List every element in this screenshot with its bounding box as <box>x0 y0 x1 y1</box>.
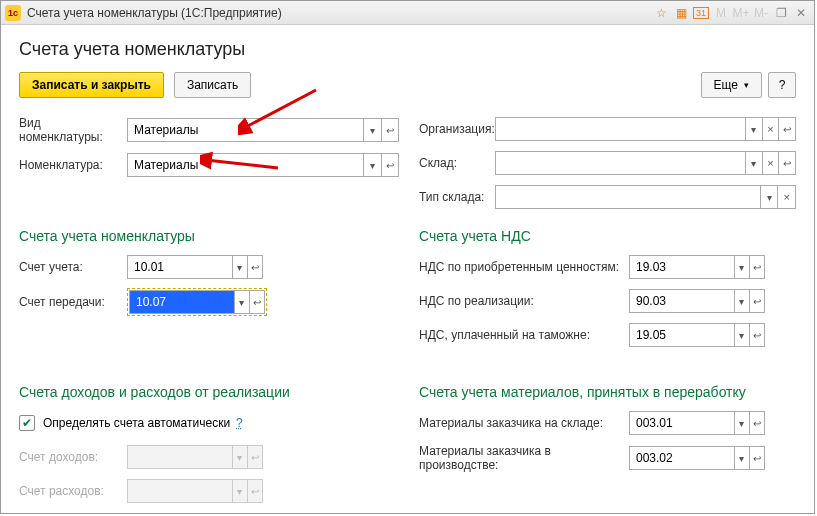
open-icon[interactable]: ↩ <box>249 291 264 313</box>
focus-indicator: ▾ ↩ <box>127 288 267 316</box>
nds-purchased-field[interactable]: ▾ ↩ <box>629 255 765 279</box>
nomenclature-input[interactable] <box>128 154 363 176</box>
expense-account-input <box>128 480 232 502</box>
page-title: Счета учета номенклатуры <box>19 39 796 60</box>
dropdown-icon[interactable]: ▾ <box>363 119 380 141</box>
auto-accounts-hint-icon[interactable]: ? <box>236 416 243 430</box>
income-account-field: ▾ ↩ <box>127 445 263 469</box>
materials-prod-field[interactable]: ▾ ↩ <box>629 446 765 470</box>
calculator-icon[interactable]: ▦ <box>672 4 690 22</box>
nds-customs-input[interactable] <box>630 324 734 346</box>
transfer-field[interactable]: ▾ ↩ <box>129 290 265 314</box>
dropdown-icon[interactable]: ▾ <box>745 118 762 140</box>
dropdown-icon[interactable]: ▾ <box>234 291 249 313</box>
open-icon[interactable]: ↩ <box>778 152 795 174</box>
open-icon: ↩ <box>247 446 262 468</box>
titlebar: 1c Счета учета номенклатуры (1С:Предприя… <box>1 1 814 25</box>
help-button[interactable]: ? <box>768 72 796 98</box>
nomenclature-field[interactable]: ▾ ↩ <box>127 153 399 177</box>
nds-sales-input[interactable] <box>630 290 734 312</box>
auto-accounts-checkbox[interactable]: ✔ <box>19 415 35 431</box>
materials-prod-input[interactable] <box>630 447 734 469</box>
warehouse-type-label: Тип склада: <box>419 190 495 204</box>
account-field[interactable]: ▾ ↩ <box>127 255 263 279</box>
m-plus-icon: M+ <box>732 4 750 22</box>
nds-sales-field[interactable]: ▾ ↩ <box>629 289 765 313</box>
warehouse-field[interactable]: ▾ × ↩ <box>495 151 796 175</box>
expense-account-field: ▾ ↩ <box>127 479 263 503</box>
window: 1c Счета учета номенклатуры (1С:Предприя… <box>0 0 815 514</box>
accounts-section-title: Счета учета номенклатуры <box>19 228 399 244</box>
dropdown-icon[interactable]: ▾ <box>232 256 247 278</box>
m-minus-icon: M- <box>752 4 770 22</box>
open-icon[interactable]: ↩ <box>749 290 764 312</box>
dropdown-icon[interactable]: ▾ <box>745 152 762 174</box>
open-icon[interactable]: ↩ <box>778 118 795 140</box>
open-icon[interactable]: ↩ <box>381 154 398 176</box>
window-title: Счета учета номенклатуры (1С:Предприятие… <box>27 6 652 20</box>
organization-input[interactable] <box>496 118 745 140</box>
open-icon[interactable]: ↩ <box>749 324 764 346</box>
transfer-input[interactable] <box>130 291 234 313</box>
nds-purchased-input[interactable] <box>630 256 734 278</box>
dropdown-icon[interactable]: ▾ <box>734 447 749 469</box>
calendar-icon[interactable]: 31 <box>692 4 710 22</box>
dropdown-icon: ▾ <box>734 412 749 434</box>
nomenclature-type-input[interactable] <box>128 119 363 141</box>
dropdown-icon: ▾ <box>232 480 247 502</box>
app-logo-icon: 1c <box>5 5 21 21</box>
nds-purchased-label: НДС по приобретенным ценностям: <box>419 260 629 274</box>
close-icon[interactable]: ✕ <box>792 4 810 22</box>
save-close-button[interactable]: Записать и закрыть <box>19 72 164 98</box>
dropdown-icon[interactable]: ▾ <box>734 290 749 312</box>
materials-stock-input[interactable] <box>630 412 734 434</box>
open-icon[interactable]: ↩ <box>247 256 262 278</box>
content: Счета учета номенклатуры Записать и закр… <box>1 25 814 516</box>
dropdown-icon[interactable]: ▾ <box>734 324 749 346</box>
nds-section-title: Счета учета НДС <box>419 228 796 244</box>
warehouse-input[interactable] <box>496 152 745 174</box>
dropdown-icon: ▾ <box>232 446 247 468</box>
materials-stock-label: Материалы заказчика на складе: <box>419 416 629 430</box>
toolbar: Записать и закрыть Записать Еще ? <box>19 72 796 98</box>
open-icon[interactable]: ↩ <box>749 256 764 278</box>
organization-label: Организация: <box>419 122 495 136</box>
dropdown-icon[interactable]: ▾ <box>363 154 380 176</box>
auto-accounts-label: Определять счета автоматически <box>43 416 230 430</box>
organization-field[interactable]: ▾ × ↩ <box>495 117 796 141</box>
clear-icon[interactable]: × <box>762 152 779 174</box>
materials-stock-field[interactable]: ▾ ↩ <box>629 411 765 435</box>
income-account-input <box>128 446 232 468</box>
save-button[interactable]: Записать <box>174 72 251 98</box>
transfer-label: Счет передачи: <box>19 295 127 309</box>
dropdown-icon[interactable]: ▾ <box>760 186 778 208</box>
clear-icon[interactable]: × <box>762 118 779 140</box>
nds-sales-label: НДС по реализации: <box>419 294 629 308</box>
warehouse-label: Склад: <box>419 156 495 170</box>
open-icon[interactable]: ↩ <box>381 119 398 141</box>
more-button[interactable]: Еще <box>701 72 762 98</box>
favorite-icon[interactable]: ☆ <box>652 4 670 22</box>
open-icon: ↩ <box>247 480 262 502</box>
warehouse-type-input[interactable] <box>496 186 760 208</box>
materials-section-title: Счета учета материалов, принятых в перер… <box>419 384 796 400</box>
nomenclature-type-field[interactable]: ▾ ↩ <box>127 118 399 142</box>
materials-prod-label: Материалы заказчика в производстве: <box>419 444 629 472</box>
income-account-label: Счет доходов: <box>19 450 127 464</box>
nds-customs-label: НДС, уплаченный на таможне: <box>419 328 629 342</box>
warehouse-type-field[interactable]: ▾ × <box>495 185 796 209</box>
income-section-title: Счета доходов и расходов от реализации <box>19 384 399 400</box>
clear-icon[interactable]: × <box>777 186 795 208</box>
nomenclature-label: Номенклатура: <box>19 158 127 172</box>
account-label: Счет учета: <box>19 260 127 274</box>
open-icon[interactable]: ↩ <box>749 447 764 469</box>
m-icon: M <box>712 4 730 22</box>
account-input[interactable] <box>128 256 232 278</box>
open-icon[interactable]: ↩ <box>749 412 764 434</box>
expense-account-label: Счет расходов: <box>19 484 127 498</box>
restore-icon[interactable]: ❐ <box>772 4 790 22</box>
nomenclature-type-label: Вид номенклатуры: <box>19 116 127 144</box>
nds-customs-field[interactable]: ▾ ↩ <box>629 323 765 347</box>
dropdown-icon[interactable]: ▾ <box>734 256 749 278</box>
